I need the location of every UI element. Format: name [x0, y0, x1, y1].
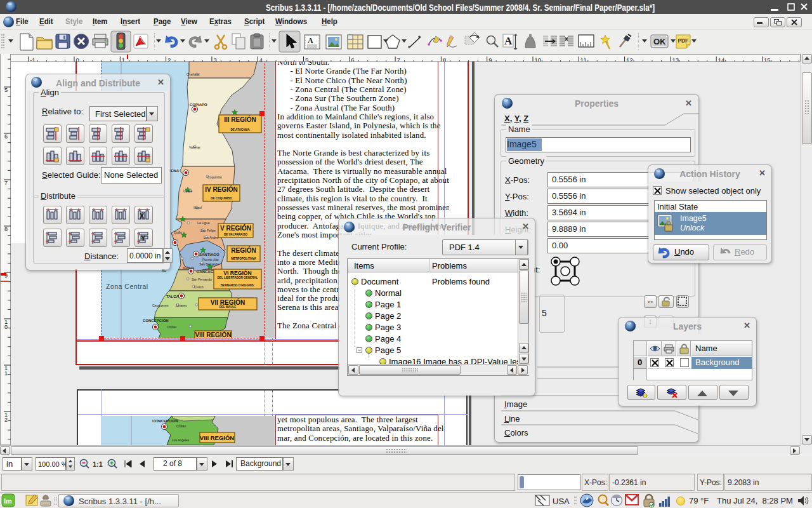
svg-text:6: 6	[4, 133, 8, 140]
svg-text:lm: lm	[4, 497, 12, 505]
svg-text:PDF: PDF	[678, 37, 688, 44]
svg-text:7: 7	[4, 180, 8, 186]
svg-text:A: A	[308, 36, 313, 45]
svg-text:2: 2	[4, 417, 8, 423]
svg-text:Los Angeles: Los Angeles	[172, 438, 190, 442]
svg-text:Y: Y	[141, 234, 146, 242]
svg-text:0: 0	[4, 324, 8, 330]
svg-text:1:1: 1:1	[93, 460, 103, 468]
svg-text:8: 8	[4, 226, 8, 232]
svg-text:A: A	[504, 35, 513, 47]
svg-text:OK: OK	[653, 37, 666, 46]
svg-text:USA: USA	[553, 497, 570, 506]
svg-text:1: 1	[4, 370, 8, 377]
svg-text:5: 5	[4, 87, 8, 93]
svg-text:X: X	[140, 212, 145, 220]
svg-text:CONCEPCIÓN: CONCEPCIÓN	[152, 418, 178, 423]
svg-text:Chillán: Chillán	[176, 424, 187, 428]
svg-text:VIII REGIÓN: VIII REGIÓN	[200, 434, 235, 441]
